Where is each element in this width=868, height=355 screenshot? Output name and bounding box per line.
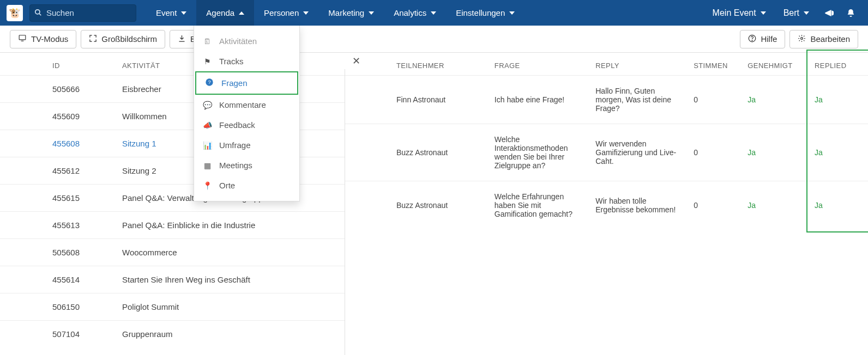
- cell-teilnehmer: Buzz Astronaut: [391, 124, 489, 181]
- cell-id: 506150: [0, 293, 114, 321]
- cell-id: 507104: [0, 321, 114, 348]
- col-genehmigt: GENEHMIGT: [742, 53, 809, 76]
- cell-replied: Ja: [809, 124, 868, 181]
- dropdown-item-kommentare[interactable]: 💬 Kommentare: [194, 95, 299, 115]
- nav-marketing[interactable]: Marketing: [318, 0, 384, 26]
- fullscreen-button[interactable]: Großbildschirm: [81, 30, 165, 48]
- notifications-icon[interactable]: [840, 0, 861, 26]
- bullhorn-icon: 📣: [203, 121, 212, 130]
- close-pane-button[interactable]: ✕: [344, 53, 368, 69]
- button-label: Bearbeiten: [810, 34, 850, 44]
- cell-id: 455614: [0, 266, 114, 293]
- dropdown-item-feedback[interactable]: 📣 Feedback: [194, 115, 299, 135]
- dropdown-item-aktivitaeten[interactable]: 🗓 Aktivitäten: [194, 31, 299, 51]
- nav-my-event[interactable]: Mein Event: [704, 0, 775, 26]
- nav-analytics[interactable]: Analytics: [384, 0, 446, 26]
- table-row[interactable]: 507104Gruppenraum: [0, 321, 345, 348]
- dropdown-item-tracks[interactable]: ⚑ Tracks: [194, 51, 299, 71]
- cell-genehmigt: Ja: [742, 76, 809, 124]
- monitor-icon: [18, 34, 27, 44]
- main-menu: Event Agenda Personen Marketing Analytic…: [146, 0, 525, 26]
- cell-stimmen: 0: [688, 181, 742, 230]
- cell-id: 505666: [0, 76, 114, 103]
- dropdown-item-fragen[interactable]: ? Fragen: [195, 71, 298, 95]
- toolbar: TV-Modus Großbildschirm Bericht Hilfe Be…: [0, 26, 868, 53]
- table-row[interactable]: Buzz AstronautWelche Erfahrungen haben S…: [345, 181, 868, 230]
- table-row[interactable]: Finn AstronautIch habe eine Frage!Hallo …: [345, 76, 868, 124]
- dropdown-item-label: Tracks: [219, 57, 243, 66]
- fullscreen-icon: [89, 34, 97, 44]
- announcements-icon[interactable]: [818, 0, 840, 26]
- dropdown-item-label: Meetings: [219, 161, 252, 170]
- map-marker-icon: 📍: [203, 181, 212, 190]
- navbar-right: Mein Event Bert: [704, 0, 861, 26]
- search-input[interactable]: [29, 4, 136, 22]
- comment-icon: 💬: [203, 101, 212, 109]
- cell-frage: Welche Interaktionsmethoden wenden Sie b…: [489, 124, 590, 181]
- nav-agenda[interactable]: Agenda: [196, 0, 254, 26]
- cell-id: 455612: [0, 157, 114, 185]
- cell-id: 455609: [0, 103, 114, 130]
- nav-user[interactable]: Bert: [775, 0, 818, 26]
- nav-event[interactable]: Event: [146, 0, 196, 26]
- gear-icon: [798, 34, 806, 44]
- cell-genehmigt: Ja: [742, 124, 809, 181]
- questions-table: TEILNEHMER FRAGE REPLY STIMMEN GENEHMIGT…: [345, 53, 868, 229]
- table-icon: ▦: [203, 161, 212, 170]
- table-row[interactable]: Buzz AstronautWelche Interaktionsmethode…: [345, 124, 868, 181]
- nav-einstellungen[interactable]: Einstellungen: [446, 0, 525, 26]
- help-icon: [748, 34, 756, 44]
- close-icon: ✕: [352, 55, 360, 67]
- table-row[interactable]: 505608Woocommerce: [0, 239, 345, 266]
- cell-replied: Ja: [809, 181, 868, 230]
- cell-stimmen: 0: [688, 124, 742, 181]
- main-split: ID AKTIVITÄT 505666Eisbrecher455609Willk…: [0, 53, 868, 355]
- cell-teilnehmer: Finn Astronaut: [391, 76, 489, 124]
- tv-mode-button[interactable]: TV-Modus: [10, 30, 76, 48]
- table-row[interactable]: 455613Panel Q&A: Einblicke in die Indust…: [0, 212, 345, 239]
- table-header-row: TEILNEHMER FRAGE REPLY STIMMEN GENEHMIGT…: [345, 53, 868, 76]
- cell-spacer: [345, 124, 391, 181]
- questions-pane: ✕ TEILNEHMER FRAGE REPLY STIMMEN GENEHMI…: [345, 53, 868, 355]
- cell-activity: Panel Q&A: Einblicke in die Industrie: [114, 212, 345, 239]
- button-label: TV-Modus: [31, 34, 68, 44]
- col-reply: REPLY: [590, 53, 688, 76]
- download-icon: [178, 34, 186, 44]
- table-row[interactable]: 506150Poliglot Summit: [0, 293, 345, 321]
- nav-personen[interactable]: Personen: [254, 0, 318, 26]
- svg-rect-4: [19, 35, 26, 40]
- dropdown-item-label: Fragen: [221, 78, 248, 88]
- edit-button[interactable]: Bearbeiten: [789, 30, 858, 48]
- dropdown-item-orte[interactable]: 📍 Orte: [194, 175, 299, 195]
- col-replied: REPLIED: [809, 53, 868, 76]
- cell-reply: Wir wervenden Gamifizierung und Live-Cah…: [590, 124, 688, 181]
- cell-activity: Woocommerce: [114, 239, 345, 266]
- cell-id: 455615: [0, 185, 114, 212]
- dropdown-item-label: Kommentare: [219, 100, 266, 109]
- cell-frage: Ich habe eine Frage!: [489, 76, 590, 124]
- svg-text:?: ?: [208, 79, 210, 85]
- poll-icon: 📊: [203, 141, 212, 150]
- app-logo[interactable]: 🐮: [7, 5, 23, 21]
- dropdown-item-label: Aktivitäten: [219, 36, 257, 46]
- cell-reply: Hallo Finn, Guten morgen, Was ist deine …: [590, 76, 688, 124]
- cell-spacer: [345, 76, 391, 124]
- dropdown-item-label: Umfrage: [219, 140, 251, 150]
- question-circle-icon: ?: [205, 78, 214, 88]
- dropdown-item-meetings[interactable]: ▦ Meetings: [194, 155, 299, 175]
- dropdown-item-label: Orte: [219, 181, 235, 190]
- button-label: Großbildschirm: [101, 34, 157, 44]
- help-button[interactable]: Hilfe: [740, 30, 785, 48]
- search-wrapper: [29, 4, 136, 22]
- svg-line-1: [39, 13, 41, 15]
- cell-spacer: [345, 181, 391, 230]
- col-stimmen: STIMMEN: [688, 53, 742, 76]
- cell-reply: Wir haben tolle Ergebnisse bekommen!: [590, 181, 688, 230]
- table-row[interactable]: 455614Starten Sie Ihren Weg ins Geschäft: [0, 266, 345, 293]
- dropdown-item-umfrage[interactable]: 📊 Umfrage: [194, 135, 299, 155]
- dropdown-item-label: Feedback: [219, 120, 255, 130]
- cell-stimmen: 0: [688, 76, 742, 124]
- svg-point-0: [35, 9, 40, 14]
- cell-replied: Ja: [809, 76, 868, 124]
- svg-point-7: [752, 40, 752, 40]
